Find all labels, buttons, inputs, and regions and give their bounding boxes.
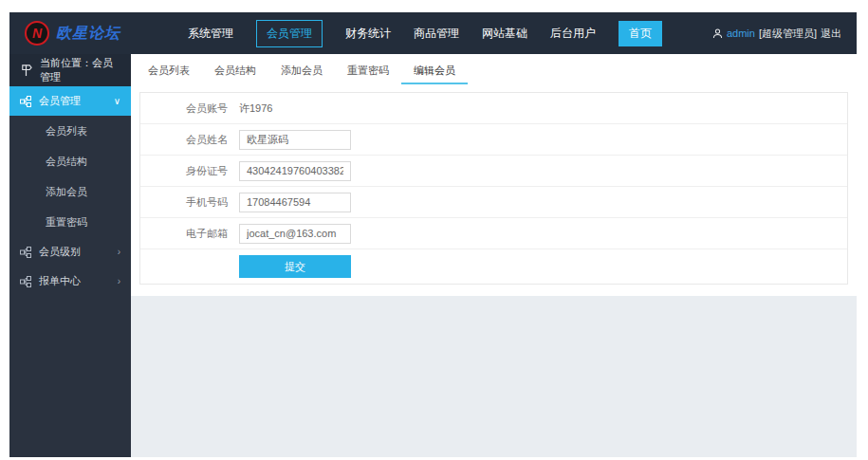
username-link[interactable]: admin	[727, 28, 755, 39]
tab-添加会员[interactable]: 添加会员	[268, 54, 335, 84]
sidebar-item-会员管理[interactable]: 会员管理∨	[9, 86, 131, 116]
sitemap-icon	[20, 276, 31, 287]
sidebar-item-label: 会员管理	[39, 94, 81, 108]
chevron-right-icon: ›	[118, 247, 120, 257]
admin-app: N 欧星论坛 系统管理会员管理财务统计商品管理网站基础后台用户首页 admin …	[9, 12, 857, 457]
sidebar-subitem-会员列表[interactable]: 会员列表	[9, 116, 131, 146]
member-name-field[interactable]	[239, 130, 351, 150]
form-row-email: 电子邮箱	[140, 218, 847, 249]
nav-item-网站基础[interactable]: 网站基础	[482, 21, 527, 46]
main-content: 会员列表会员结构添加会员重置密码编辑会员 会员账号许1976会员姓名身份证号手机…	[131, 54, 857, 457]
id-card-number-field[interactable]	[239, 161, 351, 181]
sidebar-menu: 会员管理∨会员列表会员结构添加会员重置密码会员级别›报单中心›	[9, 86, 131, 296]
tab-编辑会员[interactable]: 编辑会员	[401, 54, 468, 84]
sitemap-icon	[20, 96, 31, 107]
edit-member-form: 会员账号许1976会员姓名身份证号手机号码电子邮箱提交	[139, 92, 848, 285]
email-field[interactable]	[239, 224, 351, 244]
user-icon	[712, 28, 723, 39]
tab-重置密码[interactable]: 重置密码	[335, 54, 401, 84]
nav-item-系统管理[interactable]: 系统管理	[188, 21, 233, 46]
form-row-submit: 提交	[140, 249, 847, 284]
email-label: 电子邮箱	[140, 227, 239, 241]
brand-logo[interactable]: N 欧星论坛	[25, 21, 175, 46]
sidebar-subitem-会员结构[interactable]: 会员结构	[9, 146, 131, 176]
user-area: admin [超级管理员] 退出	[712, 27, 841, 41]
nav-item-会员管理[interactable]: 会员管理	[256, 20, 323, 47]
sitemap-icon	[20, 247, 31, 258]
sidebar-subitem-重置密码[interactable]: 重置密码	[9, 207, 131, 237]
member-account-value: 许1976	[239, 101, 272, 116]
sidebar-item-label: 会员级别	[39, 245, 81, 259]
logout-link[interactable]: 退出	[821, 27, 841, 41]
brand-logo-icon: N	[25, 21, 49, 46]
header-nav: 系统管理会员管理财务统计商品管理网站基础后台用户首页	[188, 20, 662, 47]
signpost-icon	[20, 64, 32, 77]
nav-item-首页[interactable]: 首页	[619, 21, 662, 46]
chevron-right-icon: ›	[118, 276, 120, 286]
tab-会员列表[interactable]: 会员列表	[136, 54, 202, 84]
sidebar-subitem-添加会员[interactable]: 添加会员	[9, 176, 131, 207]
form-row-member-name: 会员姓名	[140, 124, 847, 156]
app-body: 当前位置：会员管理 会员管理∨会员列表会员结构添加会员重置密码会员级别›报单中心…	[9, 54, 857, 457]
breadcrumb: 当前位置：会员管理	[9, 54, 131, 86]
sidebar-item-会员级别[interactable]: 会员级别›	[9, 237, 131, 267]
submit-button[interactable]: 提交	[239, 255, 351, 278]
phone-number-label: 手机号码	[140, 195, 239, 210]
form-row-phone-number: 手机号码	[140, 187, 847, 218]
chevron-down-icon: ∨	[114, 96, 120, 106]
sidebar: 当前位置：会员管理 会员管理∨会员列表会员结构添加会员重置密码会员级别›报单中心…	[9, 54, 131, 457]
id-card-number-label: 身份证号	[140, 164, 239, 178]
top-header: N 欧星论坛 系统管理会员管理财务统计商品管理网站基础后台用户首页 admin …	[9, 12, 857, 54]
tab-会员结构[interactable]: 会员结构	[202, 54, 268, 84]
tab-bar: 会员列表会员结构添加会员重置密码编辑会员	[131, 54, 857, 84]
form-row-member-account: 会员账号许1976	[140, 93, 847, 124]
form-wrapper: 会员账号许1976会员姓名身份证号手机号码电子邮箱提交	[131, 84, 857, 296]
nav-item-后台用户[interactable]: 后台用户	[550, 21, 596, 46]
brand-name: 欧星论坛	[56, 24, 120, 44]
member-name-label: 会员姓名	[140, 133, 239, 147]
nav-item-财务统计[interactable]: 财务统计	[345, 21, 391, 46]
form-row-id-card-number: 身份证号	[140, 156, 847, 187]
phone-number-field[interactable]	[239, 193, 351, 212]
nav-item-商品管理[interactable]: 商品管理	[414, 21, 459, 46]
sidebar-item-label: 报单中心	[39, 274, 81, 288]
member-account-label: 会员账号	[140, 101, 239, 116]
sidebar-item-报单中心[interactable]: 报单中心›	[9, 267, 131, 296]
user-role: [超级管理员]	[759, 27, 817, 41]
breadcrumb-label: 当前位置：会员管理	[40, 56, 120, 84]
